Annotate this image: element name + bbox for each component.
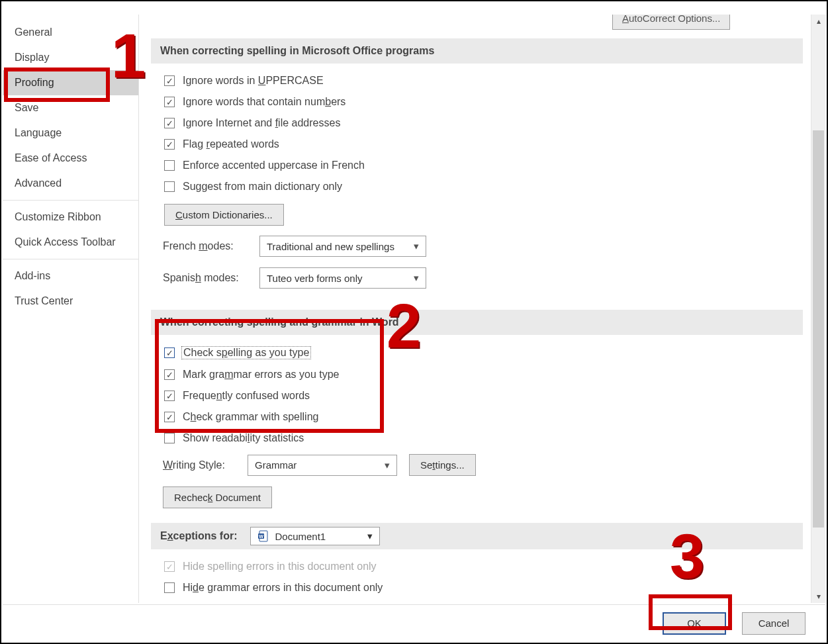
label-hide-grammar-errors: Hide grammar errors in this document onl… (183, 582, 383, 594)
autocorrect-options-button[interactable]: AutoCorrect Options... (612, 15, 730, 30)
label-ignore-numbers: Ignore words that contain numbers (183, 96, 345, 108)
sidebar-item-quick-access-toolbar[interactable]: Quick Access Toolbar (3, 230, 138, 255)
cancel-button[interactable]: Cancel (742, 612, 805, 635)
sidebar-item-advanced[interactable]: Advanced (3, 171, 138, 196)
spanish-modes-select[interactable]: Tuteo verb forms only▾ (259, 267, 426, 289)
sidebar-item-language[interactable]: Language (3, 120, 138, 146)
ok-button[interactable]: OK (663, 612, 726, 635)
scroll-thumb[interactable] (813, 130, 824, 528)
caret-down-icon: ▾ (414, 240, 419, 252)
label-flag-repeated: Flag repeated words (183, 138, 279, 150)
svg-text:W: W (259, 534, 264, 539)
sidebar-item-display[interactable]: Display (3, 45, 138, 70)
section-heading-office-spelling: When correcting spelling in Microsoft Of… (151, 38, 803, 64)
sidebar-item-general[interactable]: General (3, 20, 138, 45)
label-check-grammar-with-spelling: Check grammar with spelling (183, 411, 318, 423)
label-mark-grammar-as-you-type: Mark grammar errors as you type (183, 369, 340, 381)
checkbox-ignore-internet[interactable] (164, 118, 175, 128)
checkbox-check-grammar-with-spelling[interactable] (164, 412, 175, 422)
label-main-dict-only: Suggest from main dictionary only (183, 181, 342, 193)
writing-style-select[interactable]: Grammar▾ (248, 455, 397, 476)
sidebar-item-customize-ribbon[interactable]: Customize Ribbon (3, 205, 138, 230)
recheck-document-button[interactable]: Recheck Document (163, 486, 272, 508)
label-hide-spelling-errors: Hide spelling errors in this document on… (183, 561, 377, 573)
french-modes-select[interactable]: Traditional and new spellings▾ (259, 236, 426, 257)
label-ignore-internet: Ignore Internet and file addresses (183, 117, 340, 129)
checkbox-flag-repeated[interactable] (164, 139, 175, 150)
label-ignore-uppercase: Ignore words in UPPERCASE (183, 75, 324, 87)
writing-style-label: Writing Style: (163, 459, 236, 471)
sidebar-item-proofing[interactable]: Proofing (3, 70, 138, 95)
dialog-body: General Display Proofing Save Language E… (3, 15, 825, 603)
checkbox-frequently-confused[interactable] (164, 391, 175, 401)
label-french-accented: Enforce accented uppercase in French (183, 160, 365, 171)
options-sidebar: General Display Proofing Save Language E… (3, 15, 139, 603)
caret-down-icon: ▾ (385, 459, 390, 471)
label-check-spelling-as-you-type: Check spelling as you type (181, 346, 311, 359)
checkbox-hide-grammar-errors[interactable] (164, 582, 175, 593)
checkbox-mark-grammar-as-you-type[interactable] (164, 369, 175, 380)
scroll-up-button[interactable]: ▴ (811, 15, 826, 28)
dialog-footer: OK Cancel (3, 604, 825, 641)
checkbox-ignore-numbers[interactable] (164, 97, 175, 107)
french-modes-label: French modes: (163, 240, 248, 252)
label-readability-stats: Show readability statistics (183, 432, 304, 444)
checkbox-main-dict-only[interactable] (164, 181, 175, 192)
exceptions-document-select[interactable]: W Document1 ▾ (250, 527, 380, 545)
content-area: AutoCorrect Options... When correcting s… (139, 15, 825, 603)
caret-down-icon: ▾ (367, 530, 373, 542)
label-frequently-confused: Frequently confused words (183, 390, 310, 402)
checkbox-hide-spelling-errors (164, 561, 175, 572)
caret-down-icon: ▾ (414, 272, 419, 284)
checkbox-ignore-uppercase[interactable] (164, 75, 175, 86)
scroll-down-button[interactable]: ▾ (811, 590, 826, 603)
checkbox-readability-stats[interactable] (164, 433, 175, 443)
section-heading-exceptions: Exceptions for: W Document1 ▾ (151, 523, 803, 549)
custom-dictionaries-button[interactable]: Custom Dictionaries... (164, 204, 284, 226)
settings-button[interactable]: Settings... (409, 454, 476, 476)
sidebar-item-save[interactable]: Save (3, 95, 138, 120)
word-document-icon: W (257, 530, 269, 542)
sidebar-item-add-ins[interactable]: Add-ins (3, 263, 138, 289)
checkbox-check-spelling-as-you-type[interactable] (164, 347, 175, 358)
checkbox-french-accented[interactable] (164, 160, 175, 171)
options-dialog: General Display Proofing Save Language E… (0, 0, 828, 644)
vertical-scrollbar[interactable]: ▴ ▾ (811, 15, 825, 603)
sidebar-item-trust-center[interactable]: Trust Center (3, 289, 138, 314)
spanish-modes-label: Spanish modes: (163, 272, 248, 284)
section-heading-word-grammar: When correcting spelling and grammar in … (151, 310, 803, 335)
sidebar-item-ease-of-access[interactable]: Ease of Access (3, 146, 138, 171)
